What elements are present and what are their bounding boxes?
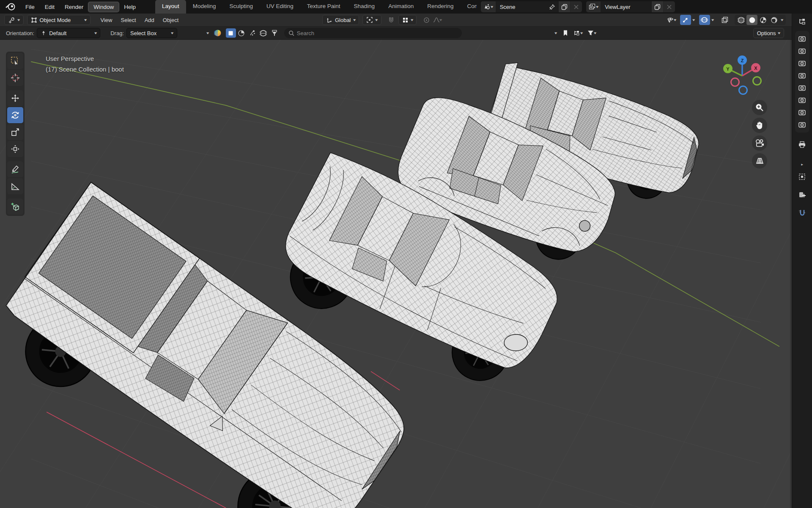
proportional-falloff-dropdown[interactable]: ▾ bbox=[432, 15, 443, 25]
viewlayer-selector: ▾ ViewLayer bbox=[586, 1, 675, 12]
menu-select[interactable]: Select bbox=[116, 15, 140, 25]
shading-material-button[interactable] bbox=[757, 15, 768, 25]
render-slot-4[interactable] bbox=[795, 69, 809, 82]
new-viewlayer-button[interactable] bbox=[651, 1, 663, 12]
menu-add[interactable]: Add bbox=[140, 15, 159, 25]
output-properties-tab[interactable] bbox=[795, 138, 809, 151]
pin-scene-button[interactable] bbox=[546, 1, 558, 12]
menu-help[interactable]: Help bbox=[119, 2, 141, 12]
tool-add-cube[interactable] bbox=[7, 199, 23, 215]
viewlayer-browse-button[interactable]: ▾ bbox=[586, 1, 601, 12]
options-dropdown[interactable]: Options ▾ bbox=[753, 28, 784, 38]
scene-browse-button[interactable]: ▾ bbox=[481, 1, 496, 12]
shading-rendered-button[interactable] bbox=[768, 15, 779, 25]
material-ball-button[interactable] bbox=[212, 28, 223, 38]
orientation-label: Orientation: bbox=[6, 30, 34, 36]
viewport-pan-button[interactable] bbox=[752, 118, 767, 133]
editor-type-button[interactable]: ▾ bbox=[4, 15, 24, 25]
tab-shading[interactable]: Shading bbox=[347, 0, 382, 14]
xray-toggle[interactable] bbox=[719, 15, 730, 25]
render-slot-1[interactable] bbox=[795, 33, 809, 45]
tool-transform[interactable] bbox=[7, 141, 23, 157]
navigation-gizmo[interactable]: Z Y X bbox=[719, 52, 765, 99]
menu-file[interactable]: File bbox=[20, 2, 40, 12]
tab-uv-editing[interactable]: UV Editing bbox=[260, 0, 300, 14]
gizmos-dropdown[interactable]: ▾ bbox=[693, 18, 695, 22]
remove-viewlayer-button[interactable] bbox=[663, 1, 675, 12]
shading-wireframe-button[interactable] bbox=[735, 15, 746, 25]
strip-expand-chevron[interactable]: ▾ bbox=[795, 158, 809, 171]
scene-name-field[interactable]: Scene bbox=[496, 1, 546, 12]
overlays-dropdown[interactable]: ▾ bbox=[711, 18, 714, 22]
collapse-section[interactable]: ▾ bbox=[554, 31, 557, 35]
select-tool-tab[interactable] bbox=[795, 171, 809, 183]
gizmos-toggle[interactable] bbox=[680, 15, 691, 25]
render-slot-3[interactable] bbox=[795, 57, 809, 69]
show-object-types-dropdown[interactable]: ▾ bbox=[666, 15, 677, 25]
tool-orientation-value: Default bbox=[49, 30, 92, 36]
snap-toggle[interactable] bbox=[386, 15, 397, 25]
menu-edit[interactable]: Edit bbox=[40, 2, 60, 12]
chevron-down-icon: ▾ bbox=[674, 18, 676, 22]
render-slot-2[interactable] bbox=[795, 45, 809, 57]
new-scene-button[interactable] bbox=[558, 1, 570, 12]
overlays-toggle[interactable] bbox=[699, 15, 710, 25]
tab-layout[interactable]: Layout bbox=[155, 0, 186, 14]
tool-measure[interactable] bbox=[7, 178, 23, 194]
menu-object[interactable]: Object bbox=[159, 15, 183, 25]
filter-world-button[interactable] bbox=[258, 28, 269, 38]
transform-orientation-dropdown[interactable]: Global ▾ bbox=[322, 15, 359, 25]
proportional-editing-toggle[interactable] bbox=[421, 15, 432, 25]
render-slot-5[interactable] bbox=[795, 82, 809, 94]
tool-properties-tab[interactable] bbox=[795, 206, 809, 218]
viewport-ortho-grid-button[interactable] bbox=[752, 153, 767, 168]
tool-scale[interactable] bbox=[7, 124, 23, 140]
tab-rendering[interactable]: Rendering bbox=[420, 0, 460, 14]
snap-increment-icon bbox=[402, 17, 409, 23]
3d-viewport[interactable]: User Perspective (17) Scene Collection |… bbox=[0, 40, 792, 508]
tab-sculpting[interactable]: Sculpting bbox=[222, 0, 260, 14]
tab-modeling[interactable]: Modeling bbox=[186, 0, 223, 14]
viewport-zoom-button[interactable] bbox=[752, 100, 767, 115]
snap-target-dropdown[interactable]: ▾ bbox=[398, 15, 417, 25]
pivot-point-dropdown[interactable]: ▾ bbox=[362, 15, 381, 25]
tool-rotate[interactable] bbox=[7, 107, 23, 123]
tool-select-box[interactable] bbox=[7, 53, 23, 69]
tool-move[interactable] bbox=[7, 90, 23, 106]
shading-solid-button[interactable] bbox=[746, 15, 757, 25]
outliner-editor-button[interactable] bbox=[795, 15, 809, 28]
add-box-tab[interactable] bbox=[795, 188, 809, 200]
unlink-scene-button[interactable] bbox=[570, 1, 582, 12]
display-settings-dropdown[interactable]: ▾ bbox=[573, 28, 584, 38]
drag-mode-dropdown[interactable]: Select Box ▾ bbox=[126, 28, 177, 38]
tool-cursor[interactable] bbox=[7, 70, 23, 86]
render-slot-7[interactable] bbox=[795, 106, 809, 119]
filter-brushes-button[interactable] bbox=[269, 28, 280, 38]
mode-dropdown[interactable]: Object Mode ▾ bbox=[27, 15, 91, 25]
tab-animation[interactable]: Animation bbox=[381, 0, 420, 14]
gizmo-axis-z-neg[interactable] bbox=[739, 86, 747, 94]
gizmo-axis-y-neg[interactable] bbox=[753, 77, 761, 85]
menu-window[interactable]: Window bbox=[88, 2, 119, 12]
bookmark-button[interactable] bbox=[560, 28, 571, 38]
tool-orientation-dropdown[interactable]: Default ▾ bbox=[37, 28, 100, 38]
tool-annotate[interactable] bbox=[7, 161, 23, 177]
menu-view[interactable]: View bbox=[96, 15, 117, 25]
gizmo-axis-x-neg[interactable] bbox=[731, 78, 739, 86]
search-input[interactable] bbox=[297, 30, 458, 36]
viewlayer-name-field[interactable]: ViewLayer bbox=[601, 1, 651, 12]
render-slot-8[interactable] bbox=[795, 119, 809, 131]
shading-dropdown[interactable]: ▾ bbox=[781, 18, 784, 22]
tab-texture-paint[interactable]: Texture Paint bbox=[300, 0, 347, 14]
filter-objects-toggle[interactable] bbox=[226, 28, 236, 38]
options-label: Options bbox=[757, 30, 776, 36]
filter-materials-button[interactable] bbox=[236, 28, 247, 38]
tab-compositing[interactable]: Compositing bbox=[460, 0, 477, 14]
filter-particles-button[interactable] bbox=[247, 28, 258, 38]
filter-dropdown[interactable]: ▾ bbox=[586, 28, 597, 38]
asset-shelf-collapse[interactable]: ▾ bbox=[206, 31, 209, 35]
material-preview-sphere-icon bbox=[760, 17, 767, 24]
menu-render[interactable]: Render bbox=[60, 2, 88, 12]
viewport-camera-button[interactable] bbox=[752, 135, 767, 151]
render-slot-6[interactable] bbox=[795, 94, 809, 106]
